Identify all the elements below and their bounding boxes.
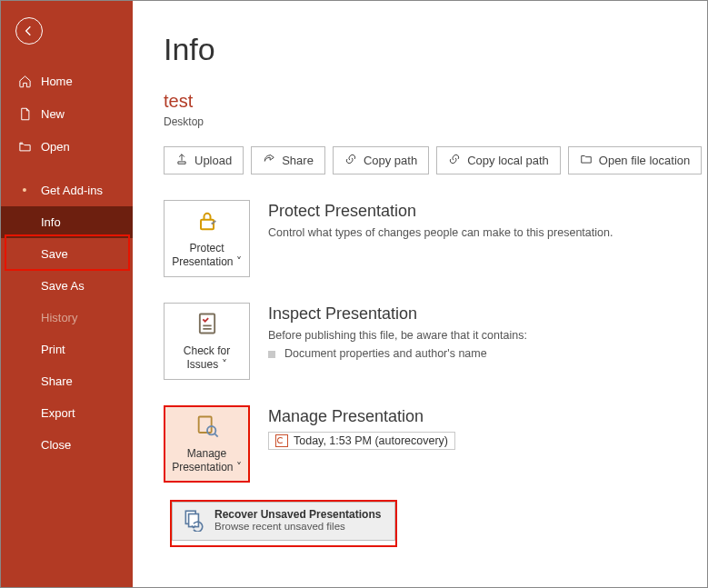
sidebar-item-history: History bbox=[1, 302, 133, 334]
inspect-tile[interactable]: Check forIssues ˅ bbox=[164, 303, 250, 380]
manage-section: ManagePresentation ˅ Manage Presentation… bbox=[164, 405, 707, 483]
sidebar-item-label: Info bbox=[41, 215, 61, 229]
file-icon bbox=[17, 106, 32, 121]
section-title: Manage Presentation bbox=[268, 407, 707, 426]
sidebar-nav: Home New Open Get Add-ins Info Save Save… bbox=[1, 65, 133, 461]
sidebar-item-saveas[interactable]: Save As bbox=[1, 270, 133, 302]
chevron-down-icon: ˅ bbox=[236, 461, 242, 473]
tile-label: Manage bbox=[187, 447, 226, 460]
inspect-section: Check forIssues ˅ Inspect Presentation B… bbox=[164, 303, 707, 380]
home-icon bbox=[17, 74, 32, 88]
button-label: Copy local path bbox=[467, 154, 549, 167]
section-desc: Control what types of changes people can… bbox=[268, 226, 707, 239]
open-icon bbox=[17, 139, 32, 154]
page-title: Info bbox=[164, 32, 707, 67]
svg-rect-1 bbox=[199, 314, 214, 334]
sidebar-item-label: Save bbox=[41, 247, 68, 261]
section-desc: Before publishing this file, be aware th… bbox=[268, 329, 707, 342]
sidebar-item-new[interactable]: New bbox=[1, 97, 133, 130]
copy-path-button[interactable]: Copy path bbox=[333, 146, 429, 174]
sidebar-item-save[interactable]: Save bbox=[1, 238, 133, 270]
bullet-text: Document properties and author's name bbox=[284, 347, 487, 360]
link-icon bbox=[448, 153, 461, 168]
inspect-bullet: Document properties and author's name bbox=[268, 347, 707, 360]
document-location: Desktop bbox=[164, 115, 707, 128]
toolbar: Upload Share Copy path Copy local path O… bbox=[164, 146, 707, 174]
upload-icon bbox=[175, 153, 188, 168]
protect-tile[interactable]: ProtectPresentation ˅ bbox=[164, 200, 250, 277]
sidebar-item-label: History bbox=[41, 311, 77, 324]
sidebar-item-label: Close bbox=[41, 438, 71, 452]
sidebar-item-addins[interactable]: Get Add-ins bbox=[1, 174, 133, 206]
svg-rect-5 bbox=[189, 514, 199, 527]
sidebar-item-home[interactable]: Home bbox=[1, 65, 133, 97]
upload-button[interactable]: Upload bbox=[164, 146, 244, 174]
powerpoint-file-icon bbox=[275, 434, 288, 447]
sidebar-item-export[interactable]: Export bbox=[1, 397, 133, 429]
tile-label: Check for bbox=[184, 344, 230, 357]
share-button[interactable]: Share bbox=[251, 146, 325, 174]
chevron-down-icon: ˅ bbox=[222, 358, 227, 371]
sidebar-item-label: Export bbox=[41, 406, 75, 420]
button-label: Upload bbox=[194, 154, 232, 167]
sidebar-item-label: Get Add-ins bbox=[41, 184, 103, 197]
document-search-icon bbox=[194, 414, 220, 443]
tile-label: Issues bbox=[186, 358, 218, 371]
sidebar-item-label: Share bbox=[41, 374, 73, 388]
menu-item-title: Recover Unsaved Presentations bbox=[214, 508, 381, 521]
share-icon bbox=[263, 153, 275, 168]
sidebar-item-label: New bbox=[41, 107, 65, 121]
sidebar-item-info[interactable]: Info bbox=[1, 206, 133, 238]
document-name: test bbox=[164, 91, 707, 112]
sidebar-item-label: Home bbox=[41, 75, 73, 88]
autorecovery-entry[interactable]: Today, 1:53 PM (autorecovery) bbox=[268, 432, 707, 450]
chevron-down-icon: ˅ bbox=[236, 255, 242, 268]
back-button[interactable] bbox=[15, 17, 43, 45]
copy-local-path-button[interactable]: Copy local path bbox=[436, 146, 561, 174]
section-title: Inspect Presentation bbox=[268, 304, 707, 324]
menu-item-subtitle: Browse recent unsaved files bbox=[214, 521, 381, 532]
bullet-icon bbox=[268, 351, 275, 358]
protect-section: ProtectPresentation ˅ Protect Presentati… bbox=[164, 200, 707, 277]
button-label: Copy path bbox=[364, 154, 417, 167]
button-label: Open file location bbox=[599, 154, 690, 167]
svg-rect-0 bbox=[201, 220, 214, 230]
sidebar-item-share[interactable]: Share bbox=[1, 365, 133, 397]
checklist-icon bbox=[194, 311, 220, 340]
sidebar-item-label: Open bbox=[41, 140, 70, 154]
recover-unsaved-menu-item[interactable]: Recover Unsaved Presentations Browse rec… bbox=[172, 502, 395, 541]
manage-tile[interactable]: ManagePresentation ˅ bbox=[164, 405, 250, 483]
section-title: Protect Presentation bbox=[268, 202, 707, 221]
sidebar-item-label: Print bbox=[41, 343, 65, 356]
link-icon bbox=[344, 153, 357, 168]
sidebar-item-close[interactable]: Close bbox=[1, 429, 133, 461]
sidebar: Home New Open Get Add-ins Info Save Save… bbox=[1, 1, 133, 587]
button-label: Share bbox=[282, 154, 314, 167]
recover-icon bbox=[182, 508, 205, 534]
folder-icon bbox=[580, 153, 593, 168]
tile-label: Presentation bbox=[172, 255, 233, 268]
svg-rect-2 bbox=[198, 417, 211, 434]
recovery-label: Today, 1:53 PM (autorecovery) bbox=[294, 434, 448, 447]
sidebar-item-print[interactable]: Print bbox=[1, 334, 133, 365]
tile-label: Protect bbox=[189, 242, 224, 254]
sidebar-item-label: Save As bbox=[41, 279, 85, 293]
open-location-button[interactable]: Open file location bbox=[568, 146, 702, 174]
tile-label: Presentation bbox=[172, 461, 233, 473]
lock-icon bbox=[194, 208, 220, 237]
sidebar-item-open[interactable]: Open bbox=[1, 130, 133, 163]
